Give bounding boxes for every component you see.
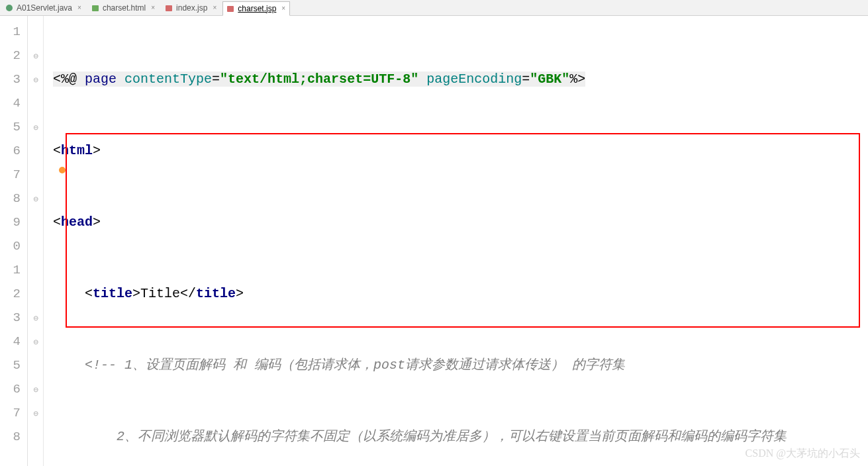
tab-label: index.jsp (176, 3, 207, 13)
line-number: 3 (0, 306, 27, 330)
svg-rect-3 (227, 6, 234, 12)
fold-marker[interactable] (28, 234, 43, 258)
line-number: 6 (0, 139, 27, 163)
line-number: 7 (0, 401, 27, 425)
line-number: 2 (0, 44, 27, 68)
close-icon[interactable]: × (151, 5, 155, 11)
fold-marker[interactable] (28, 258, 43, 282)
line-number: 7 (0, 163, 27, 187)
svg-rect-1 (92, 5, 99, 11)
close-icon[interactable]: × (281, 5, 285, 12)
code-editor[interactable]: <%@ page contentType="text/html;charset=… (44, 16, 868, 466)
close-icon[interactable]: × (213, 5, 217, 11)
line-number: 6 (0, 377, 27, 401)
watermark: CSDN @大茅坑的小石头 (746, 447, 860, 461)
tab-file-html[interactable]: charset.html × (87, 1, 160, 15)
close-icon[interactable]: × (77, 5, 81, 11)
line-number: 3 (0, 68, 27, 91)
tab-bar: A01Servlet.java × charset.html × index.j… (0, 0, 868, 16)
line-number: 4 (0, 330, 27, 353)
fold-marker[interactable] (28, 210, 43, 234)
line-number: 5 (0, 353, 27, 377)
editor-area: 1 2 3 4 5 6 7 8 9 0 1 2 3 4 5 6 7 8 ⊖ ⊖ … (0, 16, 868, 466)
code-line[interactable]: <!-- 1、设置页面解码 和 编码（包括请求体，post请求参数通过请求体传送… (44, 353, 868, 377)
fold-marker[interactable] (28, 20, 43, 44)
fold-marker[interactable] (28, 163, 43, 187)
code-line[interactable]: <%@ page contentType="text/html;charset=… (44, 68, 868, 91)
tab-label: A01Servlet.java (17, 3, 72, 13)
html-file-icon (91, 3, 100, 13)
svg-rect-2 (166, 5, 172, 11)
line-number: 1 (0, 258, 27, 282)
code-line[interactable]: 2、不同浏览器默认解码的字符集不固定（以系统编码为准居多），可以右键设置当前页面… (44, 425, 868, 449)
tab-file-charset-jsp[interactable]: charset.jsp × (222, 1, 290, 16)
jsp-file-icon (226, 4, 235, 13)
fold-marker[interactable]: ⊖ (28, 115, 43, 139)
tab-file-index-jsp[interactable]: index.jsp × (161, 1, 221, 15)
line-number: 8 (0, 425, 27, 449)
fold-marker[interactable] (28, 91, 43, 115)
fold-marker[interactable] (28, 139, 43, 163)
tab-label: charset.jsp (238, 4, 276, 13)
fold-marker[interactable]: ⊖ (28, 401, 43, 425)
tab-file-java[interactable]: A01Servlet.java × (1, 1, 86, 15)
fold-marker[interactable]: ⊖ (28, 330, 43, 353)
fold-marker[interactable]: ⊖ (28, 44, 43, 68)
fold-marker[interactable] (28, 353, 43, 377)
breakpoint-icon[interactable] (59, 167, 66, 173)
tab-label: charset.html (103, 3, 146, 13)
code-line[interactable]: <html> (44, 139, 868, 163)
jsp-file-icon (164, 3, 173, 13)
fold-marker[interactable] (28, 425, 43, 449)
fold-marker[interactable]: ⊖ (28, 68, 43, 91)
code-line[interactable]: <head> (44, 210, 868, 234)
line-number: 0 (0, 234, 27, 258)
fold-marker[interactable]: ⊖ (28, 377, 43, 401)
line-number: 5 (0, 115, 27, 139)
line-number-gutter: 1 2 3 4 5 6 7 8 9 0 1 2 3 4 5 6 7 8 (0, 16, 28, 466)
code-line[interactable]: <title>Title</title> (44, 282, 868, 306)
line-number: 4 (0, 91, 27, 115)
line-number: 9 (0, 210, 27, 234)
fold-marker[interactable] (28, 282, 43, 306)
fold-column: ⊖ ⊖ ⊖ ⊖ ⊖ ⊖ ⊖ ⊖ (28, 16, 44, 466)
line-number: 2 (0, 282, 27, 306)
fold-marker[interactable]: ⊖ (28, 187, 43, 210)
java-file-icon (5, 3, 14, 13)
line-number: 1 (0, 20, 27, 44)
line-number: 8 (0, 187, 27, 210)
svg-point-0 (6, 5, 13, 11)
fold-marker[interactable]: ⊖ (28, 306, 43, 330)
